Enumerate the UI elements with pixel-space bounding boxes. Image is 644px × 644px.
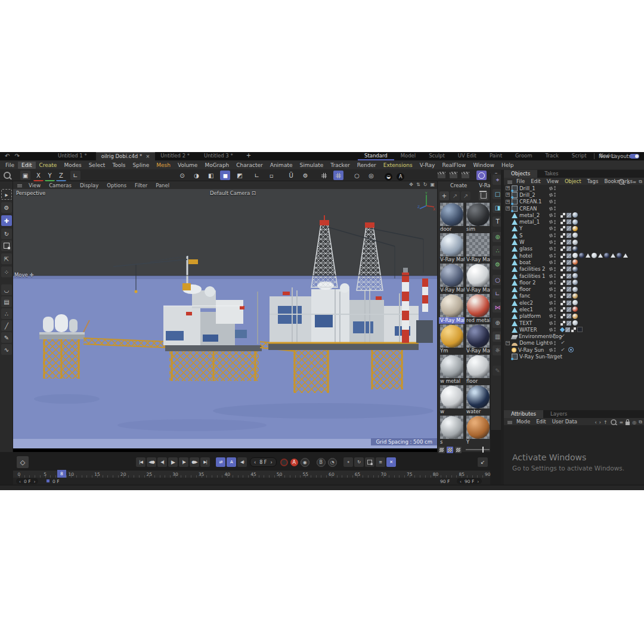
- object-row[interactable]: Y ✓ ✓: [504, 225, 644, 232]
- texture-mode-icon[interactable]: ◩: [234, 171, 244, 180]
- document-tab[interactable]: Untitled 3 *: [199, 152, 242, 160]
- uv-tag-icon[interactable]: [561, 260, 565, 265]
- visibility-toggles[interactable]: [549, 274, 556, 278]
- layout-tab[interactable]: Paint: [483, 152, 509, 160]
- uv-tag-icon[interactable]: [561, 246, 565, 251]
- axis-z-button[interactable]: Z: [56, 171, 66, 181]
- visibility-toggles[interactable]: [549, 307, 556, 311]
- menu-item[interactable]: V-Ray: [416, 162, 439, 169]
- snap-move-icon[interactable]: ⇱: [1, 253, 12, 264]
- visibility-toggles[interactable]: [549, 206, 556, 210]
- editor-visibility-icon[interactable]: [549, 314, 553, 318]
- editor-visibility-icon[interactable]: [549, 328, 553, 332]
- menu-item[interactable]: Extensions: [380, 162, 416, 169]
- phong-tag-icon[interactable]: [566, 260, 571, 265]
- add-material-button[interactable]: +: [439, 191, 449, 200]
- editor-visibility-icon[interactable]: [549, 301, 553, 305]
- axis-x-button[interactable]: X: [33, 171, 44, 181]
- material-name[interactable]: Y: [465, 439, 491, 445]
- phong-tag-icon[interactable]: [565, 327, 570, 332]
- viewport-menu-item[interactable]: View: [24, 182, 45, 188]
- visibility-toggles[interactable]: [549, 335, 556, 339]
- inc-icon[interactable]: ›: [33, 479, 35, 484]
- uv-tag-icon[interactable]: [561, 314, 565, 318]
- uv-tag-icon[interactable]: [561, 321, 565, 326]
- editor-visibility-icon[interactable]: [549, 281, 553, 284]
- playhead[interactable]: 8: [57, 470, 66, 478]
- editor-visibility-icon[interactable]: [549, 207, 553, 210]
- material-name[interactable]: V-Ray Mate: [465, 287, 491, 293]
- material-sphere-preview[interactable]: [441, 295, 463, 317]
- object-row[interactable]: V-Ray Sun-Target ✓ ✓: [504, 353, 644, 360]
- menu-item[interactable]: Render: [354, 162, 380, 169]
- menu-item[interactable]: Simulate: [296, 162, 327, 169]
- expand-toggle[interactable]: +: [506, 193, 510, 197]
- model-mode-icon[interactable]: ◼: [220, 171, 230, 180]
- menu-item[interactable]: Create: [36, 162, 61, 169]
- quantize-icon[interactable]: ◎: [366, 171, 376, 180]
- uv-tag-icon[interactable]: [561, 293, 565, 298]
- expand-toggle[interactable]: +: [506, 200, 510, 204]
- document-tab[interactable]: Untitled 2 *: [155, 152, 199, 160]
- range-end-field[interactable]: ‹90 F›: [457, 478, 482, 484]
- object-tags[interactable]: ✓ ✓: [561, 267, 578, 272]
- material-name[interactable]: door: [439, 226, 465, 233]
- object-tags[interactable]: ✓ ✓: [561, 273, 578, 278]
- viewport-menu-item[interactable]: Display: [76, 182, 103, 188]
- keyframe-bar-icon[interactable]: A: [227, 457, 236, 467]
- material-item[interactable]: Ym: [439, 324, 465, 354]
- object-row[interactable]: TEXT ✓ ✓: [504, 320, 644, 326]
- object-name[interactable]: elec1: [519, 306, 533, 312]
- visibility-toggles[interactable]: [549, 227, 556, 231]
- material-sphere-preview[interactable]: [441, 355, 463, 378]
- phong-tag-icon[interactable]: [566, 321, 571, 326]
- range-marker[interactable]: [47, 479, 49, 482]
- target-tag-icon[interactable]: [568, 347, 574, 352]
- next-frame-icon[interactable]: |▶: [179, 457, 188, 467]
- object-name[interactable]: platform: [519, 313, 541, 319]
- editor-visibility-icon[interactable]: [549, 261, 553, 264]
- uv-tag-icon[interactable]: [561, 307, 565, 312]
- workplane-mode-icon[interactable]: ▫: [267, 171, 277, 180]
- object-row[interactable]: V-Ray Sun ✓ ✓: [504, 346, 644, 353]
- object-tags[interactable]: ✓ ✓: [561, 320, 578, 326]
- vray-render-icon[interactable]: [476, 171, 487, 180]
- visibility-toggles[interactable]: [549, 287, 556, 292]
- object-row[interactable]: + CREAN.1 ✓ ✓: [504, 199, 644, 205]
- object-row[interactable]: hotel ✓ ✓: [504, 252, 644, 259]
- visibility-toggles[interactable]: [549, 240, 556, 244]
- render-settings-icon[interactable]: ◑: [191, 171, 202, 180]
- material-name[interactable]: red metal: [465, 317, 491, 324]
- filter-icon[interactable]: ≡: [620, 420, 624, 425]
- redo-icon[interactable]: ↷: [14, 153, 19, 159]
- editor-visibility-icon[interactable]: [549, 321, 553, 325]
- uv-tag-icon[interactable]: [561, 301, 565, 305]
- uv-tag-icon[interactable]: [561, 219, 565, 224]
- render-view-icon[interactable]: ⊙: [177, 171, 187, 180]
- visibility-toggles[interactable]: [549, 253, 556, 258]
- menu-item[interactable]: Mesh: [153, 162, 174, 169]
- phong-tag-icon[interactable]: [566, 253, 571, 258]
- parent-icon[interactable]: ↑: [603, 420, 608, 425]
- multi-axis-icon[interactable]: ⁘: [1, 267, 12, 277]
- layout-tab[interactable]: UV Edit: [451, 152, 483, 160]
- record-b-icon[interactable]: B: [317, 458, 326, 467]
- coordinate-system-icon[interactable]: ∟: [70, 171, 80, 180]
- editor-visibility-icon[interactable]: [549, 187, 553, 190]
- keyframe-selection-icon[interactable]: ◒: [385, 173, 392, 181]
- goto-end-icon[interactable]: ▶|: [200, 457, 210, 467]
- object-name[interactable]: boat: [519, 259, 531, 265]
- play-icon[interactable]: ▶: [168, 457, 178, 467]
- material-tag-icon[interactable]: [617, 253, 622, 258]
- material-item[interactable]: V-Ray Mate: [465, 264, 491, 293]
- attributes-menu-item[interactable]: Edit: [533, 419, 549, 425]
- editor-visibility-icon[interactable]: [549, 355, 553, 358]
- menu-item[interactable]: MoGraph: [201, 162, 233, 169]
- tweak-mode-icon[interactable]: ⚙: [1, 202, 12, 213]
- editor-visibility-icon[interactable]: [549, 348, 553, 352]
- object-tags[interactable]: ✓ ✓: [561, 233, 578, 238]
- next-key-icon[interactable]: ●▶: [190, 457, 199, 467]
- material-tag-icon[interactable]: [579, 253, 584, 258]
- materials-create-menu[interactable]: Create: [447, 182, 470, 189]
- visibility-toggles[interactable]: [549, 294, 556, 298]
